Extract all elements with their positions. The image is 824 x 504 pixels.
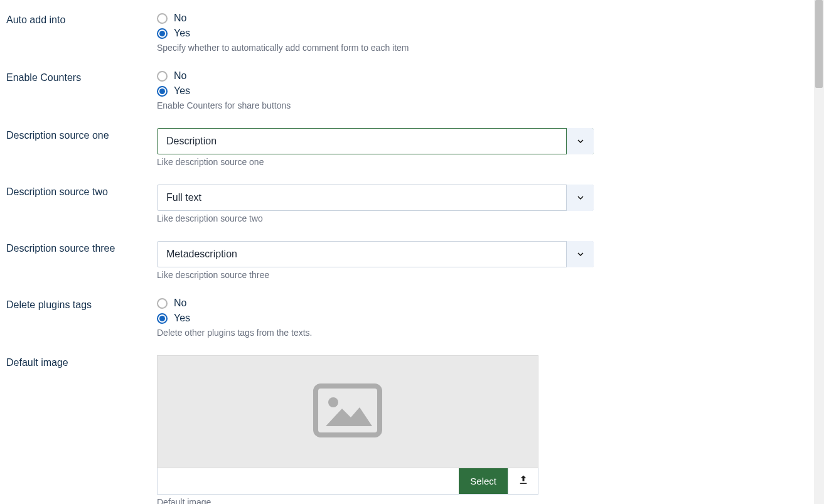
hint-default-image: Default image <box>157 497 596 504</box>
svg-point-1 <box>328 397 338 407</box>
select-value: Description <box>166 136 217 147</box>
radio-counters-yes[interactable]: Yes <box>157 85 596 97</box>
field-auto-add-into: Auto add into No Yes Specify whether to … <box>6 13 818 53</box>
select-image-button[interactable]: Select <box>459 468 508 494</box>
field-default-image: Default image Select <box>6 355 818 504</box>
radio-auto-add-no[interactable]: No <box>157 13 596 24</box>
label-desc-two: Description source two <box>6 185 157 198</box>
scrollbar-thumb[interactable] <box>815 0 823 88</box>
vertical-scrollbar[interactable] <box>814 0 824 504</box>
svg-rect-0 <box>316 386 380 435</box>
field-enable-counters: Enable Counters No Yes Enable Counters f… <box>6 70 818 110</box>
radio-icon <box>157 313 168 324</box>
select-desc-three[interactable]: Metadescription <box>157 241 594 267</box>
radio-label-no: No <box>174 13 186 24</box>
upload-icon <box>518 475 529 488</box>
label-auto-add-into: Auto add into <box>6 13 157 26</box>
radio-label-yes: Yes <box>174 28 190 39</box>
upload-image-button[interactable] <box>508 468 538 494</box>
radio-auto-add-yes[interactable]: Yes <box>157 28 596 39</box>
radio-counters-no[interactable]: No <box>157 70 596 82</box>
radio-delete-tags-no[interactable]: No <box>157 298 596 309</box>
radio-icon <box>157 13 168 24</box>
label-enable-counters: Enable Counters <box>6 70 157 83</box>
radio-icon <box>157 71 168 82</box>
select-desc-one[interactable]: Description <box>157 128 594 154</box>
radio-icon <box>157 298 168 309</box>
hint-delete-tags: Delete other plugins tags from the texts… <box>157 328 596 338</box>
image-preview <box>157 355 538 468</box>
svg-marker-2 <box>326 407 372 426</box>
radio-icon <box>157 86 168 97</box>
field-delete-plugins-tags: Delete plugins tags No Yes Delete other … <box>6 298 818 338</box>
radio-delete-tags-yes[interactable]: Yes <box>157 313 596 324</box>
select-desc-two[interactable]: Full text <box>157 185 594 211</box>
hint-desc-three: Like description source three <box>157 270 596 280</box>
image-placeholder-icon <box>313 383 382 440</box>
image-path-input[interactable] <box>158 468 459 494</box>
radio-label-no: No <box>174 298 186 309</box>
radio-label-no: No <box>174 70 186 82</box>
hint-counters: Enable Counters for share buttons <box>157 100 596 110</box>
hint-desc-two: Like description source two <box>157 213 596 223</box>
select-value: Full text <box>166 192 201 203</box>
hint-auto-add: Specify whether to automatically add com… <box>157 43 596 53</box>
label-delete-tags: Delete plugins tags <box>6 298 157 311</box>
select-value: Metadescription <box>166 249 237 260</box>
radio-label-yes: Yes <box>174 85 190 97</box>
label-default-image: Default image <box>6 355 157 368</box>
label-desc-three: Description source three <box>6 241 157 254</box>
radio-label-yes: Yes <box>174 313 190 324</box>
field-desc-source-one: Description source one Description Like … <box>6 128 818 167</box>
label-desc-one: Description source one <box>6 128 157 141</box>
radio-icon <box>157 28 168 39</box>
field-desc-source-two: Description source two Full text Like de… <box>6 185 818 223</box>
hint-desc-one: Like description source one <box>157 157 596 167</box>
field-desc-source-three: Description source three Metadescription… <box>6 241 818 280</box>
